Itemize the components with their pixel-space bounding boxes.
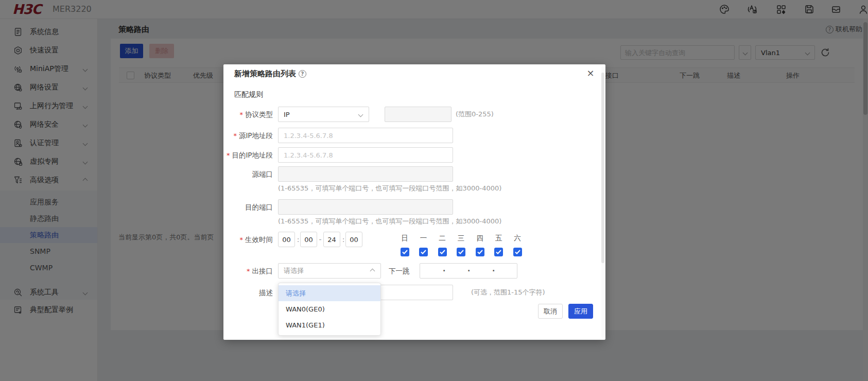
help-icon[interactable]: ? bbox=[299, 70, 306, 78]
src-port-hint: (1-65535，可填写单个端口号，也可填写一段端口号范围，如3000-4000… bbox=[278, 184, 597, 193]
next-hop-ip-input[interactable]: · · · bbox=[420, 263, 517, 279]
day-label: 五 bbox=[493, 234, 505, 243]
close-icon[interactable]: × bbox=[584, 67, 597, 79]
out-interface-label: 出接口 bbox=[252, 267, 273, 275]
src-ip-row: *源IP地址段 bbox=[223, 128, 605, 143]
dropdown-option-wan1[interactable]: WAN1(GE1) bbox=[279, 317, 380, 333]
day-label: 日 bbox=[398, 234, 411, 243]
day-checkbox-checked[interactable] bbox=[494, 248, 503, 256]
day-label: 二 bbox=[436, 234, 448, 243]
day-label: 四 bbox=[474, 234, 486, 243]
chevron-up-icon bbox=[370, 268, 375, 273]
day-checkbox-checked[interactable] bbox=[476, 248, 484, 256]
day-label: 一 bbox=[418, 234, 430, 243]
dst-port-input[interactable] bbox=[278, 199, 453, 215]
description-hint: (可选，范围1-15个字符) bbox=[471, 285, 545, 300]
app-window: H3C MER3220 系统信息 快速设置 bbox=[0, 0, 868, 381]
apply-button[interactable]: 应用 bbox=[568, 304, 593, 319]
dropdown-option-placeholder[interactable]: 请选择 bbox=[279, 285, 380, 301]
day-checkbox-checked[interactable] bbox=[419, 248, 428, 256]
protocol-range-hint: (范围0-255) bbox=[456, 107, 494, 122]
protocol-row: *协议类型 IP (范围0-255) bbox=[223, 107, 605, 122]
dst-port-row: 目的端口 bbox=[223, 199, 605, 215]
dst-ip-label: 目的IP地址段 bbox=[232, 151, 273, 159]
out-interface-select[interactable]: 请选择 bbox=[278, 263, 381, 279]
src-ip-label: 源IP地址段 bbox=[239, 131, 273, 140]
modal-scrollbar-thumb[interactable] bbox=[601, 73, 604, 263]
dst-port-hint: (1-65535，可填写单个端口号，也可填写一段端口号范围，如3000-4000… bbox=[278, 217, 597, 226]
add-policy-route-modal: 新增策略路由列表 ? × 匹配规则 *协议类型 IP (范围0-255) *源I… bbox=[223, 64, 605, 340]
description-label: 描述 bbox=[259, 288, 273, 297]
next-hop-label: 下一跳 bbox=[389, 263, 410, 279]
match-rules-section-label: 匹配规则 bbox=[234, 90, 263, 99]
chevron-down-icon bbox=[358, 112, 363, 117]
end-hour-input[interactable] bbox=[323, 232, 340, 247]
dst-port-label: 目的端口 bbox=[245, 203, 273, 211]
start-hour-input[interactable] bbox=[278, 232, 295, 247]
day-label: 三 bbox=[455, 234, 467, 243]
src-port-label: 源端口 bbox=[252, 170, 273, 178]
weekday-checkboxes bbox=[398, 248, 524, 256]
weekday-labels: 日 一 二 三 四 五 六 bbox=[398, 234, 524, 243]
protocol-label: 协议类型 bbox=[245, 110, 273, 118]
cancel-button[interactable]: 取消 bbox=[538, 304, 563, 319]
protocol-select[interactable]: IP bbox=[278, 107, 369, 122]
dst-ip-row: *目的IP地址段 bbox=[223, 147, 605, 163]
day-checkbox-checked[interactable] bbox=[401, 248, 409, 256]
out-interface-row: *出接口 请选择 下一跳 · · · bbox=[223, 263, 605, 279]
src-port-row: 源端口 bbox=[223, 166, 605, 182]
day-label: 六 bbox=[511, 234, 524, 243]
modal-title: 新增策略路由列表 ? bbox=[234, 69, 306, 79]
day-checkbox-checked[interactable] bbox=[513, 248, 522, 256]
end-minute-input[interactable] bbox=[345, 232, 362, 247]
src-ip-input[interactable] bbox=[278, 128, 453, 143]
day-checkbox-checked[interactable] bbox=[438, 248, 447, 256]
out-interface-dropdown: 请选择 WAN0(GE0) WAN1(GE1) bbox=[278, 283, 381, 336]
src-port-input[interactable] bbox=[278, 166, 453, 182]
day-checkbox-checked[interactable] bbox=[457, 248, 465, 256]
modal-scrollbar[interactable] bbox=[601, 66, 604, 338]
protocol-number-input[interactable] bbox=[385, 107, 452, 122]
time-label: 生效时间 bbox=[245, 235, 273, 244]
dst-ip-input[interactable] bbox=[278, 147, 453, 163]
dropdown-option-wan0[interactable]: WAN0(GE0) bbox=[279, 301, 380, 317]
start-minute-input[interactable] bbox=[300, 232, 317, 247]
